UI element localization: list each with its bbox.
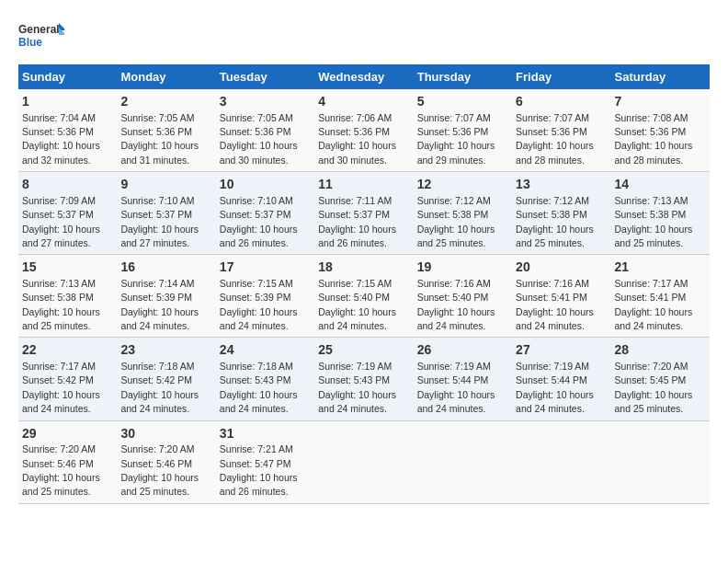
calendar-week-4: 22 Sunrise: 7:17 AM Sunset: 5:42 PM Dayl… (18, 338, 710, 420)
day-number: 12 (417, 176, 508, 194)
sunrise-info: Sunrise: 7:19 AM (318, 361, 392, 372)
sunrise-info: Sunrise: 7:14 AM (120, 278, 194, 289)
sunrise-info: Sunrise: 7:15 AM (318, 278, 392, 289)
sunrise-info: Sunrise: 7:16 AM (516, 278, 589, 289)
calendar-cell: 22 Sunrise: 7:17 AM Sunset: 5:42 PM Dayl… (18, 338, 117, 420)
daylight-info: Daylight: 10 hours and 24 minutes. (220, 306, 298, 331)
day-number: 6 (516, 93, 607, 111)
sunrise-info: Sunrise: 7:08 AM (615, 112, 688, 123)
sunset-info: Sunset: 5:36 PM (615, 126, 687, 137)
daylight-info: Daylight: 10 hours and 28 minutes. (615, 140, 693, 165)
sunrise-info: Sunrise: 7:15 AM (220, 278, 293, 289)
sunrise-info: Sunrise: 7:05 AM (120, 112, 194, 123)
logo-svg: General Blue (18, 18, 64, 55)
svg-text:Blue: Blue (18, 36, 42, 49)
calendar-cell: 24 Sunrise: 7:18 AM Sunset: 5:43 PM Dayl… (216, 338, 314, 420)
daylight-info: Daylight: 10 hours and 25 minutes. (22, 472, 100, 497)
calendar-cell (414, 420, 512, 503)
day-number: 28 (615, 341, 706, 360)
calendar-cell: 20 Sunrise: 7:16 AM Sunset: 5:41 PM Dayl… (512, 255, 610, 338)
sunset-info: Sunset: 5:38 PM (615, 209, 687, 220)
calendar-cell: 11 Sunrise: 7:11 AM Sunset: 5:37 PM Dayl… (314, 172, 413, 255)
daylight-info: Daylight: 10 hours and 31 minutes. (120, 140, 199, 165)
day-number: 27 (516, 341, 607, 360)
day-number: 1 (22, 93, 113, 111)
calendar-cell: 14 Sunrise: 7:13 AM Sunset: 5:38 PM Dayl… (611, 172, 710, 255)
sunset-info: Sunset: 5:36 PM (220, 126, 291, 137)
sunset-info: Sunset: 5:46 PM (120, 458, 192, 469)
sunrise-info: Sunrise: 7:07 AM (417, 112, 491, 123)
calendar-table: SundayMondayTuesdayWednesdayThursdayFrid… (18, 64, 710, 504)
sunset-info: Sunset: 5:46 PM (22, 458, 94, 469)
column-header-saturday: Saturday (611, 64, 710, 89)
sunset-info: Sunset: 5:47 PM (220, 458, 291, 469)
calendar-cell: 6 Sunrise: 7:07 AM Sunset: 5:36 PM Dayli… (512, 89, 610, 172)
calendar-week-2: 8 Sunrise: 7:09 AM Sunset: 5:37 PM Dayli… (18, 172, 710, 255)
sunrise-info: Sunrise: 7:20 AM (120, 443, 194, 454)
sunset-info: Sunset: 5:41 PM (615, 292, 687, 303)
sunrise-info: Sunrise: 7:19 AM (417, 361, 491, 372)
sunrise-info: Sunrise: 7:18 AM (120, 361, 194, 372)
sunset-info: Sunset: 5:37 PM (318, 209, 390, 220)
day-number: 3 (220, 93, 311, 111)
sunrise-info: Sunrise: 7:16 AM (417, 278, 491, 289)
daylight-info: Daylight: 10 hours and 25 minutes. (615, 389, 693, 414)
sunset-info: Sunset: 5:39 PM (120, 292, 192, 303)
calendar-cell: 12 Sunrise: 7:12 AM Sunset: 5:38 PM Dayl… (414, 172, 512, 255)
sunset-info: Sunset: 5:44 PM (417, 374, 489, 385)
sunrise-info: Sunrise: 7:10 AM (120, 195, 194, 206)
calendar-cell: 21 Sunrise: 7:17 AM Sunset: 5:41 PM Dayl… (611, 255, 710, 338)
sunrise-info: Sunrise: 7:20 AM (22, 443, 96, 454)
sunset-info: Sunset: 5:42 PM (120, 374, 192, 385)
day-number: 19 (417, 259, 508, 277)
sunrise-info: Sunrise: 7:10 AM (220, 195, 293, 206)
sunrise-info: Sunrise: 7:17 AM (22, 361, 96, 372)
calendar-cell: 29 Sunrise: 7:20 AM Sunset: 5:46 PM Dayl… (18, 420, 117, 503)
day-number: 7 (615, 93, 706, 111)
column-header-sunday: Sunday (18, 64, 117, 89)
day-number: 22 (22, 341, 113, 360)
calendar-week-1: 1 Sunrise: 7:04 AM Sunset: 5:36 PM Dayli… (18, 89, 710, 172)
calendar-week-3: 15 Sunrise: 7:13 AM Sunset: 5:38 PM Dayl… (18, 255, 710, 338)
sunrise-info: Sunrise: 7:06 AM (318, 112, 392, 123)
day-number: 4 (318, 93, 409, 111)
calendar-cell: 10 Sunrise: 7:10 AM Sunset: 5:37 PM Dayl… (216, 172, 314, 255)
sunrise-info: Sunrise: 7:13 AM (22, 278, 96, 289)
daylight-info: Daylight: 10 hours and 32 minutes. (22, 140, 100, 165)
day-number: 30 (120, 425, 211, 443)
calendar-cell: 28 Sunrise: 7:20 AM Sunset: 5:45 PM Dayl… (611, 338, 710, 420)
calendar-cell: 15 Sunrise: 7:13 AM Sunset: 5:38 PM Dayl… (18, 255, 117, 338)
sunset-info: Sunset: 5:43 PM (318, 374, 390, 385)
daylight-info: Daylight: 10 hours and 29 minutes. (417, 140, 495, 165)
calendar-cell: 18 Sunrise: 7:15 AM Sunset: 5:40 PM Dayl… (314, 255, 413, 338)
calendar-cell: 17 Sunrise: 7:15 AM Sunset: 5:39 PM Dayl… (216, 255, 314, 338)
sunrise-info: Sunrise: 7:19 AM (516, 361, 589, 372)
sunset-info: Sunset: 5:42 PM (22, 374, 94, 385)
sunrise-info: Sunrise: 7:05 AM (220, 112, 293, 123)
day-number: 29 (22, 425, 113, 443)
sunset-info: Sunset: 5:36 PM (417, 126, 489, 137)
sunset-info: Sunset: 5:40 PM (417, 292, 489, 303)
calendar-cell: 26 Sunrise: 7:19 AM Sunset: 5:44 PM Dayl… (414, 338, 512, 420)
sunrise-info: Sunrise: 7:11 AM (318, 195, 392, 206)
sunrise-info: Sunrise: 7:12 AM (516, 195, 589, 206)
day-number: 5 (417, 93, 508, 111)
daylight-info: Daylight: 10 hours and 28 minutes. (516, 140, 594, 165)
sunrise-info: Sunrise: 7:12 AM (417, 195, 491, 206)
column-header-friday: Friday (512, 64, 610, 89)
sunset-info: Sunset: 5:36 PM (318, 126, 390, 137)
day-number: 23 (120, 341, 211, 360)
daylight-info: Daylight: 10 hours and 24 minutes. (120, 306, 199, 331)
calendar-cell (512, 420, 610, 503)
calendar-cell (611, 420, 710, 503)
sunset-info: Sunset: 5:39 PM (220, 292, 291, 303)
calendar-cell: 7 Sunrise: 7:08 AM Sunset: 5:36 PM Dayli… (611, 89, 710, 172)
daylight-info: Daylight: 10 hours and 24 minutes. (516, 306, 594, 331)
daylight-info: Daylight: 10 hours and 24 minutes. (220, 389, 298, 414)
daylight-info: Daylight: 10 hours and 25 minutes. (516, 224, 594, 248)
sunrise-info: Sunrise: 7:18 AM (220, 361, 293, 372)
sunset-info: Sunset: 5:38 PM (22, 292, 94, 303)
day-number: 18 (318, 259, 409, 277)
daylight-info: Daylight: 10 hours and 30 minutes. (220, 140, 298, 165)
daylight-info: Daylight: 10 hours and 25 minutes. (22, 306, 100, 331)
